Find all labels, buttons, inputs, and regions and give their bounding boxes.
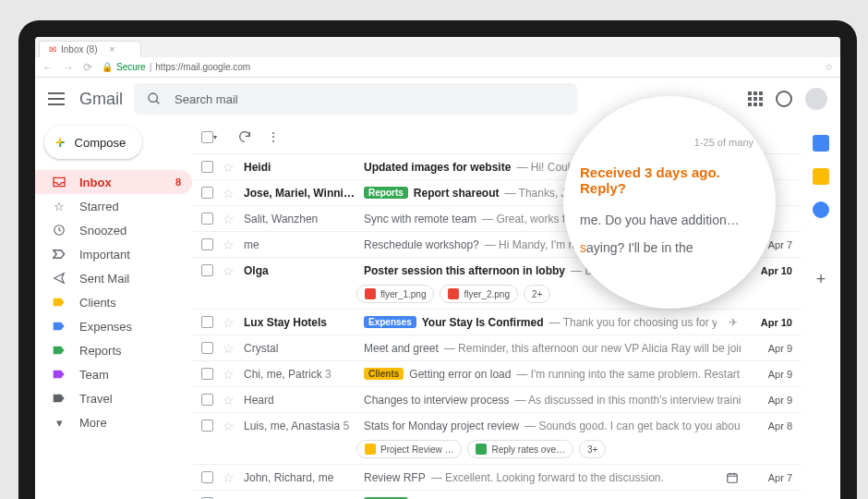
notifications-icon[interactable]	[776, 91, 792, 107]
row-checkbox[interactable]	[201, 342, 213, 354]
clock-icon	[52, 224, 66, 237]
flight-icon: ✈	[726, 316, 741, 329]
sidebar-item-starred[interactable]: ☆Starred	[35, 194, 192, 218]
star-icon[interactable]: ☆	[223, 160, 235, 175]
select-all-checkbox[interactable]	[201, 131, 213, 143]
url-field[interactable]: 🔒 Secure | https://mail.google.com	[102, 62, 250, 72]
email-row[interactable]: ☆Andrea, Jose 3Reports Baseline graphs —…	[192, 490, 802, 499]
email-row[interactable]: ☆HeardChanges to interview process — As …	[192, 386, 802, 412]
sidebar-item-important[interactable]: Important	[35, 242, 192, 266]
callout-snippet-1: me. Do you have addition…	[580, 213, 759, 227]
close-tab-icon[interactable]: ×	[109, 44, 115, 55]
subject: Changes to interview process	[364, 394, 509, 407]
subject: Your Stay Is Confirmed	[422, 316, 544, 329]
browser-tab[interactable]: ✉ Inbox (8) ×	[39, 41, 141, 57]
sidebar-label: Snoozed	[79, 224, 127, 237]
important-icon	[52, 249, 66, 260]
sidebar-item-travel[interactable]: Travel	[35, 386, 192, 410]
sidebar-item-reports[interactable]: Reports	[35, 338, 192, 362]
row-checkbox[interactable]	[201, 213, 213, 225]
apps-icon[interactable]	[748, 91, 763, 106]
row-checkbox[interactable]	[201, 238, 213, 250]
star-icon[interactable]: ☆	[223, 315, 235, 330]
sidebar-item-clients[interactable]: Clients	[35, 290, 192, 314]
account-avatar[interactable]	[805, 88, 827, 110]
keep-addon-icon[interactable]	[813, 168, 829, 185]
snippet: — Thank you for choosing us for your bus…	[549, 316, 717, 329]
email-row[interactable]: ☆John, Richard, meReview RFP — Excellent…	[192, 464, 802, 490]
attachment-chip[interactable]: Project Review …	[356, 440, 462, 458]
email-row[interactable]: ☆Chi, me, Patrick 3Clients Getting error…	[192, 360, 802, 386]
star-icon[interactable]: ☆	[223, 419, 235, 433]
attachment-chip[interactable]: flyer_2.png	[440, 285, 517, 303]
snippet: — Excellent. Looking forward to the disc…	[431, 471, 664, 484]
row-checkbox[interactable]	[201, 316, 213, 328]
row-checkbox[interactable]	[201, 368, 213, 380]
star-page-icon[interactable]: ☆	[825, 62, 833, 72]
subject: Meet and greet	[364, 342, 439, 355]
sender: Olga	[244, 264, 355, 277]
snippet: — I'm running into the same problem. Res…	[516, 368, 741, 381]
tasks-addon-icon[interactable]	[813, 201, 829, 218]
sidebar-item-snoozed[interactable]: Snoozed	[35, 218, 192, 242]
sidebar-label: More	[79, 416, 107, 430]
subject: Review RFP	[364, 471, 426, 484]
sidebar-item-more[interactable]: ▾More	[35, 410, 192, 434]
star-icon[interactable]: ☆	[223, 212, 235, 226]
row-checkbox[interactable]	[201, 471, 213, 483]
star-icon[interactable]: ☆	[223, 237, 235, 252]
gmail-logo[interactable]: Gmail	[76, 90, 123, 109]
attachment-chip[interactable]: Reply rates ove…	[467, 440, 573, 458]
star-icon[interactable]: ☆	[223, 263, 235, 278]
subject: Getting error on load	[409, 368, 511, 381]
star-icon[interactable]: ☆	[223, 341, 235, 356]
email-row[interactable]: ☆Lux Stay HotelsExpenses Your Stay Is Co…	[192, 309, 802, 335]
row-checkbox[interactable]	[201, 161, 213, 173]
category-label: Reports	[364, 187, 408, 199]
star-icon: ☆	[52, 200, 66, 213]
sidebar-item-inbox[interactable]: Inbox8	[35, 170, 192, 194]
email-row[interactable]: ☆Luis, me, Anastasia 5Stats for Monday p…	[192, 412, 802, 438]
sidebar-item-expenses[interactable]: Expenses	[35, 314, 192, 338]
date: Apr 8	[750, 420, 792, 432]
sidebar-item-team[interactable]: Team	[35, 362, 192, 386]
refresh-icon[interactable]	[237, 129, 252, 144]
attachment-more[interactable]: 3+	[579, 440, 606, 458]
sidebar-label: Inbox	[79, 176, 112, 189]
sender: Crystal	[244, 342, 355, 355]
row-checkbox[interactable]	[201, 394, 213, 406]
star-icon[interactable]: ☆	[223, 496, 235, 500]
sidebar-item-sent-mail[interactable]: Sent Mail	[35, 266, 192, 290]
star-icon[interactable]: ☆	[223, 186, 235, 201]
tab-title: Inbox (8)	[61, 44, 97, 55]
row-checkbox[interactable]	[201, 420, 213, 432]
row-checkbox[interactable]	[201, 264, 213, 276]
star-icon[interactable]: ☆	[223, 367, 235, 382]
menu-icon[interactable]	[48, 92, 65, 105]
email-row[interactable]: ☆CrystalMeet and greet — Reminder, this …	[192, 335, 802, 360]
more-icon[interactable]: ⋮	[267, 129, 281, 144]
sender: Heidi	[244, 161, 355, 174]
nudge-prompt[interactable]: Received 3 days ago. Reply?	[580, 164, 759, 196]
sidebar-label: Reports	[79, 344, 122, 358]
callout-snippet-2: saying? I'll be in the	[580, 240, 759, 255]
compose-button[interactable]: + Compose	[44, 126, 142, 159]
back-icon[interactable]: ←	[42, 61, 54, 74]
row-checkbox[interactable]	[201, 187, 213, 199]
select-all-chevron-icon[interactable]: ▾	[213, 133, 217, 141]
star-icon[interactable]: ☆	[223, 393, 235, 408]
file-icon	[365, 288, 376, 299]
attachment-chip[interactable]: flyer_1.png	[356, 285, 434, 303]
calendar-addon-icon[interactable]	[813, 135, 829, 152]
forward-icon[interactable]: →	[63, 61, 74, 74]
star-icon[interactable]: ☆	[223, 470, 235, 485]
reload-icon[interactable]: ⟳	[83, 61, 92, 74]
pagination-text: 1-25 of many	[580, 137, 759, 148]
send-icon	[52, 272, 66, 285]
chevron-down-icon: ▾	[52, 416, 66, 430]
email-body: Changes to interview process — As discus…	[364, 394, 741, 407]
add-addon-icon[interactable]: +	[816, 270, 826, 289]
attachment-more[interactable]: 2+	[524, 285, 550, 303]
search-box[interactable]: Search mail	[134, 83, 577, 115]
lock-icon: 🔒	[102, 62, 113, 72]
